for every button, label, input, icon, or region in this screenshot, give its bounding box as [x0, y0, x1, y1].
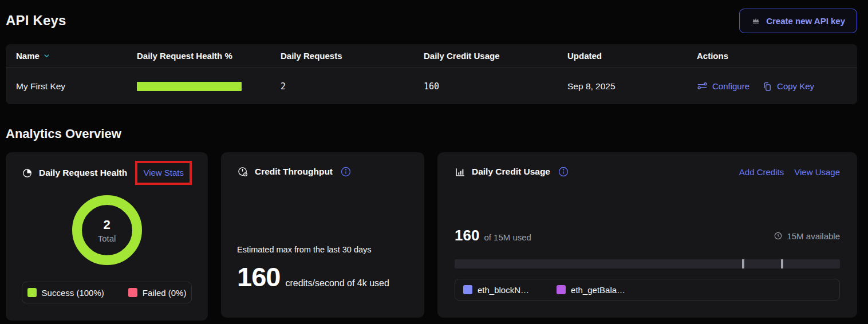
column-header-health: Daily Request Health %: [137, 51, 281, 61]
usage-card-header: Daily Credit Usage Add Credits View Usag…: [455, 166, 840, 177]
column-header-actions: Actions: [697, 51, 857, 61]
column-header-name[interactable]: Name: [16, 51, 137, 61]
throughput-card-header: Credit Throughput: [237, 166, 408, 177]
info-icon[interactable]: [340, 166, 352, 177]
throughput-subtitle: Estimated max from the last 30 days: [237, 245, 408, 254]
eth-getbalance-swatch: [557, 285, 566, 294]
credits-available-label: 15M available: [787, 231, 840, 241]
table-header-row: Name Daily Request Health % Daily Reques…: [6, 44, 857, 68]
usage-card-title: Daily Credit Usage: [472, 167, 550, 177]
health-bar: [137, 82, 242, 91]
actions-cell: Configure Copy Key: [697, 81, 857, 92]
sort-chevron-down-icon: [44, 53, 50, 59]
column-header-updated: Updated: [567, 51, 697, 61]
analytics-cards: Daily Request Health View Stats 2 Total …: [6, 152, 857, 321]
view-stats-link[interactable]: View Stats: [143, 168, 184, 177]
updated-value: Sep 8, 2025: [567, 81, 697, 92]
donut-chart-wrap: 2 Total: [22, 195, 192, 265]
failed-swatch: [128, 288, 137, 297]
credits-used-value: 160: [455, 227, 479, 244]
configure-link[interactable]: Configure: [697, 81, 749, 92]
legend-item-eth-getbalance: eth_getBala…: [557, 285, 625, 295]
daily-credit-usage-card: Daily Credit Usage Add Credits View Usag…: [437, 152, 857, 318]
copy-icon: [762, 81, 772, 92]
legend-item-eth-blocknumber: eth_blockN…: [463, 285, 529, 295]
annotation-highlight-box: View Stats: [135, 161, 192, 185]
credit-throughput-card: Credit Throughput Estimated max from the…: [221, 152, 424, 318]
view-usage-link[interactable]: View Usage: [794, 167, 840, 177]
usage-bar-marker: [742, 259, 744, 268]
eth-blocknumber-swatch: [463, 285, 472, 294]
daily-request-health-card: Daily Request Health View Stats 2 Total …: [6, 152, 208, 321]
success-swatch: [27, 288, 37, 297]
health-legend: Success (100%) Failed (0%): [22, 282, 192, 303]
throughput-value-row: 160 credits/second of 4k used: [237, 261, 408, 293]
gauge-icon: [237, 166, 248, 177]
bar-chart-icon: [455, 167, 465, 177]
usage-legend: eth_blockN… eth_getBala…: [455, 279, 840, 301]
credit-usage-bar: [455, 259, 840, 268]
daily-requests-value: 2: [281, 81, 424, 92]
create-api-key-label: Create new API key: [766, 16, 845, 26]
key-name: My First Key: [16, 81, 137, 92]
health-card-header: Daily Request Health View Stats: [22, 161, 192, 185]
donut-total-label: Total: [98, 234, 116, 243]
usage-summary-row: 160 of 15M used 15M available: [455, 227, 840, 244]
add-credits-link[interactable]: Add Credits: [739, 167, 784, 177]
dashboard-page: API Keys Create new API key Name Daily R…: [0, 8, 863, 321]
legend-item-failed: Failed (0%): [128, 288, 187, 298]
daily-credit-usage-value: 160: [424, 81, 567, 92]
usage-bar-marker: [781, 259, 783, 268]
legend-item-success: Success (100%): [27, 288, 104, 298]
table-row: My First Key 2 160 Sep 8, 2025 Configure…: [6, 68, 857, 104]
throughput-card-title: Credit Throughput: [255, 167, 333, 177]
throughput-unit: credits/second of 4k used: [285, 278, 389, 289]
success-donut-chart: 2 Total: [72, 195, 142, 265]
copy-key-link[interactable]: Copy Key: [762, 81, 814, 92]
create-api-key-button[interactable]: Create new API key: [739, 9, 857, 33]
donut-total-value: 2: [103, 218, 110, 232]
health-card-title: Daily Request Health: [39, 168, 127, 178]
throughput-value: 160: [237, 261, 280, 293]
column-header-credit-usage: Daily Credit Usage: [424, 51, 567, 61]
info-icon[interactable]: [558, 166, 569, 177]
api-keys-table: Name Daily Request Health % Daily Reques…: [6, 44, 857, 104]
page-header: API Keys Create new API key: [6, 8, 857, 33]
page-title: API Keys: [6, 13, 66, 29]
credits-used-label: of 15M used: [484, 232, 531, 242]
pie-chart-icon: [22, 168, 33, 179]
analytics-overview-title: Analytics Overview: [6, 127, 857, 141]
crown-icon: [751, 16, 760, 25]
clock-icon: [774, 231, 783, 240]
health-bar-cell: [137, 82, 281, 91]
sliders-icon: [697, 81, 708, 92]
column-header-requests: Daily Requests: [281, 51, 424, 61]
